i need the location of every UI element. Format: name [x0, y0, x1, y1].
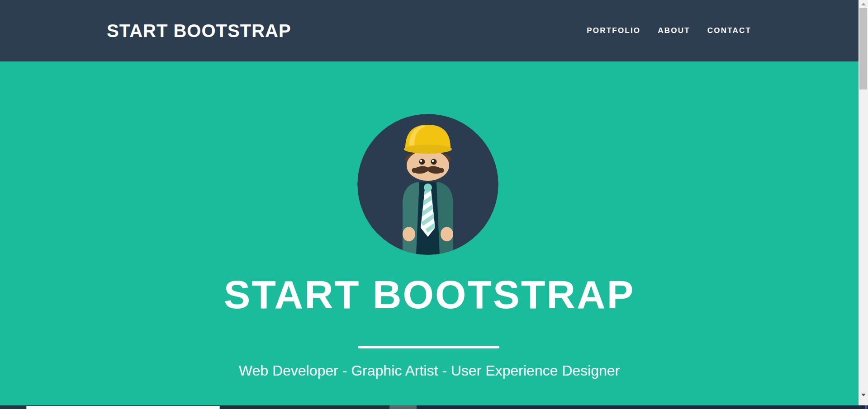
freelancer-avatar-image	[357, 114, 498, 255]
nav-link-portfolio[interactable]: PORTFOLIO	[587, 26, 640, 35]
top-navbar: START BOOTSTRAP PORTFOLIO ABOUT CONTACT	[0, 0, 859, 61]
masthead-section: START BOOTSTRAP Web Developer - Graphic …	[0, 61, 859, 405]
scrollbar-up-button[interactable]	[859, 0, 868, 8]
scrollbar-thumb[interactable]	[859, 8, 867, 89]
bottom-bar-accent	[865, 405, 867, 409]
hero-title: START BOOTSTRAP	[0, 275, 859, 315]
scroll-down-icon	[861, 394, 866, 396]
nav-link-about[interactable]: ABOUT	[658, 26, 690, 35]
navbar-brand[interactable]: START BOOTSTRAP	[107, 21, 291, 41]
vertical-scrollbar[interactable]	[859, 0, 868, 405]
bottom-bar-item[interactable]	[26, 406, 220, 409]
bottom-bar-middle-segment	[220, 405, 389, 409]
scroll-up-icon	[861, 3, 866, 5]
bottom-bar-left-segment	[0, 405, 26, 409]
scrollbar-down-button[interactable]	[859, 391, 868, 399]
hero-subtitle: Web Developer - Graphic Artist - User Ex…	[0, 362, 859, 380]
bottom-bar-item-gray[interactable]	[389, 405, 417, 409]
navbar-links: PORTFOLIO ABOUT CONTACT	[587, 26, 751, 35]
nav-link-contact[interactable]: CONTACT	[707, 26, 751, 35]
hero-divider	[358, 346, 499, 348]
bottom-bar	[0, 405, 868, 409]
